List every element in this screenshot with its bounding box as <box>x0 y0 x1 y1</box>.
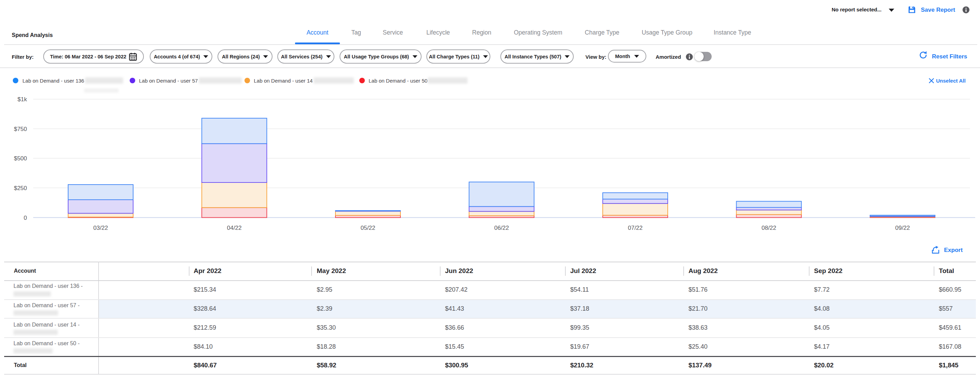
svg-text:07/22: 07/22 <box>628 225 643 231</box>
svg-text:05/22: 05/22 <box>361 225 375 231</box>
svg-text:$250: $250 <box>14 185 27 192</box>
svg-text:08/22: 08/22 <box>762 225 776 231</box>
svg-text:03/22: 03/22 <box>93 225 108 231</box>
svg-text:0: 0 <box>24 214 27 221</box>
svg-text:09/22: 09/22 <box>895 225 910 231</box>
svg-text:06/22: 06/22 <box>494 225 509 231</box>
svg-text:$750: $750 <box>14 126 27 132</box>
svg-text:$1k: $1k <box>18 96 27 103</box>
svg-text:04/22: 04/22 <box>227 225 242 231</box>
svg-text:$500: $500 <box>14 155 27 162</box>
